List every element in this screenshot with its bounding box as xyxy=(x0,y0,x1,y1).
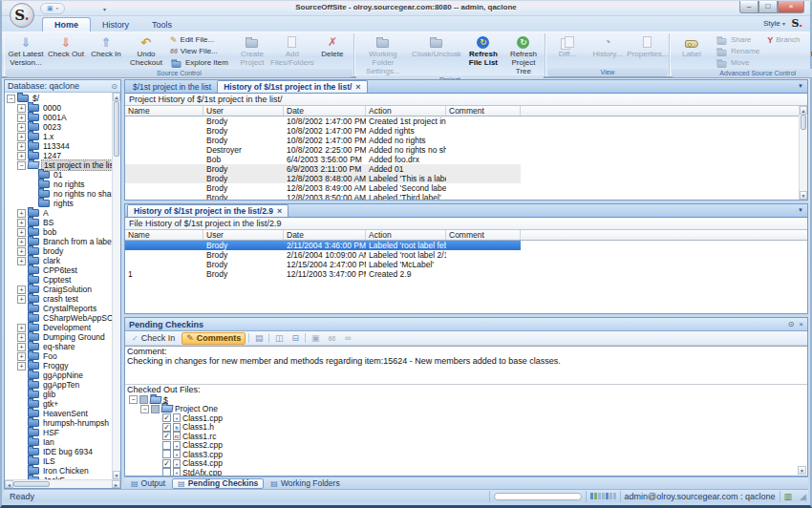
tree-item-bob[interactable]: +bob xyxy=(5,227,112,237)
refresh-project-tree-button[interactable]: ↻Refresh Project Tree xyxy=(503,33,544,75)
history-row[interactable]: Bob6/4/2003 3:56:00 PMAdded foo.drx xyxy=(125,155,799,164)
scroll-left-icon[interactable]: ◄ xyxy=(5,480,13,488)
delete-button[interactable]: ✗Delete xyxy=(312,33,353,69)
tree-item-0000[interactable]: +0000 xyxy=(5,103,112,113)
scroll-down-icon[interactable]: ▼ xyxy=(113,471,120,479)
expander-icon[interactable]: + xyxy=(17,333,26,342)
file-item-project-one[interactable]: −Project One xyxy=(125,405,807,414)
column-header-comment[interactable]: Comment xyxy=(446,106,521,116)
properties-button[interactable]: Properties... xyxy=(628,33,668,68)
tree-item-cpptest[interactable]: Cpptest xyxy=(5,275,112,285)
tree-item-eq-share[interactable]: +eq-share xyxy=(5,342,112,351)
file-checkbox[interactable]: ✓ xyxy=(162,432,171,440)
tab-list-dropdown-icon[interactable]: ▼ xyxy=(798,83,803,89)
tree-item-clark[interactable]: +clark xyxy=(5,256,112,265)
expander-icon[interactable]: − xyxy=(129,395,138,404)
maximize-button[interactable]: □ xyxy=(759,1,778,13)
tree-item-froggy[interactable]: +Froggy xyxy=(5,361,112,370)
scroll-down-icon[interactable]: ▼ xyxy=(798,466,806,475)
history-row[interactable]: Brody12/8/2003 8:48:00 AMLabeled 'This i… xyxy=(125,174,521,183)
history-row[interactable]: Brody12/8/2003 8:50:00 AMLabeled 'Third … xyxy=(125,193,799,200)
check-in-button[interactable]: ⇑Check In xyxy=(86,33,126,69)
create-project-button[interactable]: Create Project xyxy=(232,33,272,69)
dock-tab-working-folders[interactable]: ▤Working Folders xyxy=(266,478,344,489)
tree-item-brody[interactable]: +brody xyxy=(5,246,112,256)
panel1-vertical-scrollbar[interactable]: ▲ ▼ xyxy=(799,106,807,200)
get-latest-version-button[interactable]: ⇓Get Latest Version... xyxy=(6,33,46,69)
column-header-date[interactable]: Date xyxy=(284,230,366,240)
tree-item-0023[interactable]: +0023 xyxy=(5,122,112,132)
scroll-up-icon[interactable]: ▲ xyxy=(800,106,807,115)
history-row[interactable]: Brody2/11/2004 3:46:00 PMLabeled 'root l… xyxy=(125,241,521,250)
tree-item-craigsolution[interactable]: +CraigSolution xyxy=(5,285,112,294)
file-checkbox[interactable] xyxy=(151,405,160,413)
scrollbar-thumb[interactable] xyxy=(114,101,119,157)
tree-item-[interactable]: −$/ xyxy=(5,94,112,103)
tab-project-history[interactable]: History of $/1st project in the list/ × xyxy=(217,80,367,93)
column-header-name[interactable]: Name xyxy=(125,230,203,240)
scrollbar-thumb[interactable] xyxy=(13,481,50,487)
expander-icon[interactable]: + xyxy=(17,324,26,332)
expander-icon[interactable]: + xyxy=(17,104,26,113)
expander-icon[interactable]: + xyxy=(17,219,26,227)
view-file-icon[interactable]: 66 xyxy=(325,332,338,345)
tree-item-foo[interactable]: +Foo xyxy=(5,351,112,361)
expander-icon[interactable]: + xyxy=(17,228,26,237)
file-item-class1-h[interactable]: ✓hClass1.h xyxy=(125,423,807,433)
split-pane-horizontal-icon[interactable]: ⊟ xyxy=(288,332,302,345)
file-item-class1-rc[interactable]: ✓rcClass1.rc xyxy=(125,432,807,441)
dock-tab-pending-checkins[interactable]: ▤Pending Checkins xyxy=(172,478,264,489)
tree-item-no-rights-no-share[interactable]: no rights no share xyxy=(5,189,112,199)
resize-grip[interactable]: ◢ xyxy=(796,492,808,501)
tree-item-0001a[interactable]: +0001A xyxy=(5,113,112,122)
scrollbar-thumb[interactable] xyxy=(801,115,806,130)
tree-item-gtk[interactable]: gtk+ xyxy=(5,399,112,409)
pin-icon[interactable]: ⊙ xyxy=(788,320,795,328)
file-checkbox[interactable] xyxy=(162,468,171,476)
close-panel-icon[interactable]: × xyxy=(799,320,803,328)
diff-button[interactable]: Diff... xyxy=(547,33,588,68)
tree-item-a[interactable]: +A xyxy=(5,208,112,218)
cloak-uncloak-button[interactable]: Cloak/Uncloak xyxy=(410,33,463,75)
expander-icon[interactable]: + xyxy=(17,209,26,218)
sidebar-horizontal-scrollbar[interactable]: ◄ ► xyxy=(5,479,120,488)
column-header-user[interactable]: User xyxy=(203,106,284,116)
tree-item-dumping-ground[interactable]: +Dumping Ground xyxy=(5,332,112,342)
file-checkbox[interactable] xyxy=(162,450,171,458)
close-button[interactable]: × xyxy=(778,1,804,13)
file-item-stdafx-cpp[interactable]: +StdAfx.cpp xyxy=(125,468,807,476)
expander-icon[interactable]: + xyxy=(17,133,26,141)
tree-item-heavensent[interactable]: HeavenSent xyxy=(5,409,112,418)
file-checkbox[interactable] xyxy=(139,395,148,404)
edit-file-button[interactable]: ✎Edit File... xyxy=(168,34,230,45)
working-folder-settings-button[interactable]: Working Folder Settings... xyxy=(356,33,410,75)
tree-item-crystalreports[interactable]: CrystalReports xyxy=(5,304,112,313)
column-header-action[interactable]: Action xyxy=(366,230,446,240)
ribbon-tab-history[interactable]: History xyxy=(91,18,140,32)
diff-files-icon[interactable]: ▣ xyxy=(309,332,322,345)
tree-item-113344[interactable]: +113344 xyxy=(5,141,112,151)
expander-icon[interactable]: + xyxy=(17,257,26,265)
tab-list-dropdown-icon[interactable]: ▼ xyxy=(798,207,803,213)
rename-button[interactable]: Rename xyxy=(714,46,761,56)
move-button[interactable]: Move xyxy=(714,57,761,68)
merge-button[interactable]: ⇈Merge ▾ xyxy=(804,33,812,69)
check-out-button[interactable]: ⇓Check Out xyxy=(46,33,86,69)
expander-icon[interactable]: − xyxy=(7,95,15,103)
tree-item-crash-test[interactable]: +crash test xyxy=(5,294,112,304)
file-checkbox[interactable]: ✓ xyxy=(162,459,171,468)
history-button[interactable]: ◔History... xyxy=(588,33,628,68)
history-row[interactable]: Brody10/8/2002 1:47:00 PMCreated 1st pro… xyxy=(125,116,799,126)
tree-item-ggappten[interactable]: ggAppTen xyxy=(5,380,112,390)
file-checkbox[interactable]: ✓ xyxy=(162,423,171,432)
tree-item-01[interactable]: 01 xyxy=(5,170,112,180)
expander-icon[interactable]: + xyxy=(17,152,26,160)
ribbon-tab-tools[interactable]: Tools xyxy=(140,18,183,32)
undo-checkout-button[interactable]: ↶Undo Checkout xyxy=(126,33,166,69)
column-header-name[interactable]: Name xyxy=(125,106,203,116)
tree-item-ide-bug-6934[interactable]: IDE bug 6934 xyxy=(5,447,112,456)
expander-icon[interactable]: + xyxy=(17,114,26,122)
pin-icon[interactable]: ⊙ xyxy=(111,82,118,91)
tree-item-no-rights[interactable]: no rights xyxy=(5,180,112,189)
history-row[interactable]: Brody6/9/2003 2:11:00 PMAdded 01 xyxy=(125,164,521,174)
